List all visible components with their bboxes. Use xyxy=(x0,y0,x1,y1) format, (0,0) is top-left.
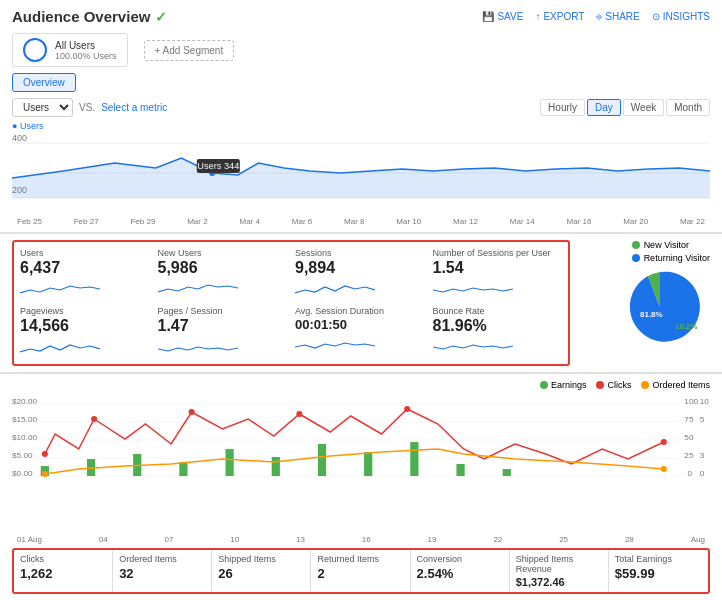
bstat-returned: Returned Items 2 xyxy=(311,550,410,592)
bstat-shipped-value: 26 xyxy=(218,566,304,581)
svg-point-43 xyxy=(661,439,667,445)
users-chart-label: ● Users xyxy=(12,121,710,131)
bstat-conversion-value: 2.54% xyxy=(417,566,503,581)
bstat-clicks-label: Clicks xyxy=(20,554,106,564)
pie-legend: New Visitor Returning Visitor xyxy=(632,240,710,263)
legend-new-visitor: New Visitor xyxy=(632,240,710,250)
new-visitor-dot xyxy=(632,241,640,249)
insights-button[interactable]: ⊙ INSIGHTS xyxy=(652,11,710,22)
share-button[interactable]: ⎆ SHARE xyxy=(596,11,639,22)
add-segment-button[interactable]: + Add Segment xyxy=(144,40,235,61)
select-metric-link[interactable]: Select a metric xyxy=(101,102,167,113)
pps-mini-chart xyxy=(158,336,238,356)
y-axis-mid: 200 xyxy=(12,185,27,195)
stat-spu-value: 1.54 xyxy=(433,260,563,276)
spu-mini-chart xyxy=(433,278,513,298)
top-panel: Audience Overview ✓ 💾 SAVE ↑ EXPORT ⎆ SH… xyxy=(0,0,722,233)
title-text: Audience Overview xyxy=(12,8,150,25)
svg-rect-31 xyxy=(226,449,234,476)
y-axis-max: 400 xyxy=(12,133,27,143)
svg-text:$0.00: $0.00 xyxy=(12,469,33,478)
svg-text:0: 0 xyxy=(687,469,692,478)
stat-bounce-label: Bounce Rate xyxy=(433,306,563,316)
svg-text:$20.00: $20.00 xyxy=(12,397,38,406)
new-visitor-label: New Visitor xyxy=(644,240,689,250)
top-chart-area: 400 200 Users 344 xyxy=(12,133,710,213)
stat-sessions: Sessions 9,894 xyxy=(295,248,425,300)
stat-pageviews-value: 14,566 xyxy=(20,318,150,334)
bstat-ordered: Ordered Items 32 xyxy=(113,550,212,592)
header-row: Audience Overview ✓ 💾 SAVE ↑ EXPORT ⎆ SH… xyxy=(12,8,710,25)
stat-users-label: Users xyxy=(20,248,150,258)
sessions-mini-chart xyxy=(295,278,375,298)
time-btn-hourly[interactable]: Hourly xyxy=(540,99,585,116)
stat-sessions-per-user: Number of Sessions per User 1.54 xyxy=(433,248,563,300)
svg-point-45 xyxy=(661,466,667,472)
stat-sessions-value: 9,894 xyxy=(295,260,425,276)
users-select[interactable]: Users xyxy=(12,98,73,117)
time-btn-day[interactable]: Day xyxy=(587,99,621,116)
bstat-clicks: Clicks 1,262 xyxy=(14,550,113,592)
time-btn-week[interactable]: Week xyxy=(623,99,664,116)
svg-text:50: 50 xyxy=(684,433,694,442)
svg-rect-30 xyxy=(179,462,187,476)
pie-section: New Visitor Returning Visitor 18.2% 81.8… xyxy=(570,240,710,366)
bstat-shipped-rev-value: $1,372.46 xyxy=(516,576,602,588)
earnings-dot xyxy=(540,381,548,389)
svg-point-41 xyxy=(296,411,302,417)
bstat-conversion-label: Conversion xyxy=(417,554,503,564)
main-container: Audience Overview ✓ 💾 SAVE ↑ EXPORT ⎆ SH… xyxy=(0,0,722,600)
stat-users: Users 6,437 xyxy=(20,248,150,300)
vs-label: VS. xyxy=(79,102,95,113)
verified-icon: ✓ xyxy=(155,9,167,25)
clicks-label: Clicks xyxy=(607,380,631,390)
save-icon: 💾 xyxy=(482,11,494,22)
svg-rect-37 xyxy=(503,469,511,476)
segment-label: All Users xyxy=(55,40,117,51)
save-button[interactable]: 💾 SAVE xyxy=(482,11,523,22)
bounce-mini-chart xyxy=(433,336,513,356)
legend-earnings: Earnings xyxy=(540,380,587,390)
stat-pps-value: 1.47 xyxy=(158,318,288,334)
svg-text:3: 3 xyxy=(700,451,705,460)
stat-pages-per-session: Pages / Session 1.47 xyxy=(158,306,288,358)
stats-section: Users 6,437 New Users 5,986 Sessions 9,8… xyxy=(0,233,722,372)
svg-rect-32 xyxy=(272,457,280,476)
bottom-x-labels: 01 Aug 04 07 10 13 16 19 22 25 28 Aug xyxy=(12,535,710,544)
bstat-conversion: Conversion 2.54% xyxy=(411,550,510,592)
earnings-label: Earnings xyxy=(551,380,587,390)
bstat-shipped: Shipped Items 26 xyxy=(212,550,311,592)
segment-circle-icon xyxy=(23,38,47,62)
overview-tab-label: Overview xyxy=(23,77,65,88)
svg-text:$5.00: $5.00 xyxy=(12,451,33,460)
overview-tab[interactable]: Overview xyxy=(12,73,76,92)
clicks-dot xyxy=(596,381,604,389)
returning-visitor-dot xyxy=(632,254,640,262)
stat-bounce-rate: Bounce Rate 81.96% xyxy=(433,306,563,358)
svg-text:25: 25 xyxy=(684,451,694,460)
svg-text:100: 100 xyxy=(684,397,698,406)
svg-text:5: 5 xyxy=(700,415,705,424)
bottom-legend: Earnings Clicks Ordered Items xyxy=(540,380,710,390)
bottom-header: Earnings Clicks Ordered Items xyxy=(12,380,710,390)
svg-text:81.8%: 81.8% xyxy=(640,310,663,319)
svg-point-42 xyxy=(404,406,410,412)
segment-row: All Users 100.00% Users + Add Segment xyxy=(12,33,710,67)
pie-svg: 18.2% 81.8% xyxy=(610,267,710,347)
avg-mini-chart xyxy=(295,333,375,353)
legend-returning-visitor: Returning Visitor xyxy=(632,253,710,263)
bstat-shipped-label: Shipped Items xyxy=(218,554,304,564)
share-icon: ⎆ xyxy=(596,11,602,22)
bottom-panel: Earnings Clicks Ordered Items $20.00 $15… xyxy=(0,372,722,600)
svg-text:$15.00: $15.00 xyxy=(12,415,38,424)
stat-spu-label: Number of Sessions per User xyxy=(433,248,563,258)
all-users-segment[interactable]: All Users 100.00% Users xyxy=(12,33,128,67)
time-btn-month[interactable]: Month xyxy=(666,99,710,116)
new-users-mini-chart xyxy=(158,278,238,298)
svg-text:$10.00: $10.00 xyxy=(12,433,38,442)
insights-icon: ⊙ xyxy=(652,11,660,22)
svg-rect-33 xyxy=(318,444,326,476)
add-segment-label: + Add Segment xyxy=(155,45,224,56)
export-icon: ↑ xyxy=(535,11,540,22)
export-button[interactable]: ↑ EXPORT xyxy=(535,11,584,22)
